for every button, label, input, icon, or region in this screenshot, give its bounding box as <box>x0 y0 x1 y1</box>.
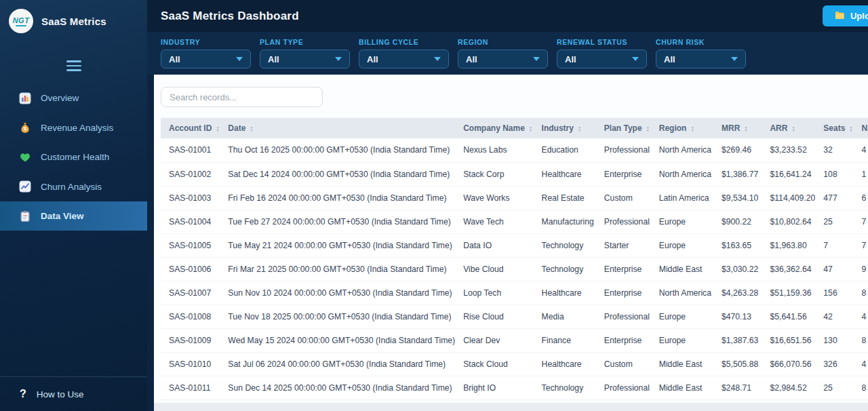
filter-industry-select[interactable]: All <box>161 50 251 68</box>
cell-region: Middle East <box>651 257 713 281</box>
column-header-mrr[interactable]: MRR↕ <box>713 118 762 138</box>
cell-nps: 7 <box>854 233 868 257</box>
filter-plan-type: PLAN TYPEAll <box>260 38 350 75</box>
filter-label: BILLING CYCLE <box>359 38 449 46</box>
sidebar-item-revenue-analysis[interactable]: $Revenue Analysis <box>0 113 147 142</box>
cell-seats: 156 <box>815 281 853 305</box>
cell-plan-type: Professional <box>596 210 651 233</box>
cell-seats: 47 <box>815 257 853 281</box>
cell-plan-type: Professional <box>596 305 651 328</box>
filter-billing-cycle-select[interactable]: All <box>359 50 449 68</box>
filter-renewal-status: RENEWAL STATUSAll <box>557 38 647 75</box>
cell-region: Europe <box>651 305 713 328</box>
table-row: SAS-01010Sat Jul 06 2024 00:00:00 GMT+05… <box>161 352 868 376</box>
filter-region-select[interactable]: All <box>458 50 548 68</box>
table-row: SAS-01008Tue Nov 18 2025 00:00:00 GMT+05… <box>161 305 868 328</box>
column-header-nps[interactable]: NPS↕ <box>854 118 868 138</box>
cell-mrr: $1,387.63 <box>713 328 762 352</box>
filter-selected-value: All <box>268 54 279 64</box>
column-header-industry[interactable]: Industry↕ <box>534 118 596 138</box>
sort-updown-icon: ↕ <box>578 124 582 132</box>
filter-selected-value: All <box>565 54 576 64</box>
column-header-label: Account ID <box>169 123 212 133</box>
cell-arr: $114,409.20 <box>762 186 815 210</box>
filter-renewal-status-select[interactable]: All <box>557 50 647 68</box>
filter-plan-type-select[interactable]: All <box>260 50 350 68</box>
sidebar-item-customer-health[interactable]: Customer Health <box>0 142 147 172</box>
cell-region: Latin America <box>651 186 713 210</box>
cell-nps: 8 <box>854 376 868 399</box>
cell-region: Middle East <box>651 376 713 399</box>
column-header-region[interactable]: Region↕ <box>651 118 713 138</box>
cell-region: Europe <box>651 328 713 352</box>
top-header: SaaS Metrics Dashboard Upload <box>147 0 868 32</box>
column-header-seats[interactable]: Seats↕ <box>815 118 853 138</box>
column-header-arr[interactable]: ARR↕ <box>762 118 815 138</box>
cell-date: Fri Feb 16 2024 00:00:00 GMT+0530 (India… <box>220 186 455 210</box>
cell-arr: $16,651.56 <box>762 328 815 352</box>
chevron-down-icon <box>236 57 243 61</box>
sidebar: NGT SaaS Metrics Overview$Revenue Analys… <box>0 0 147 411</box>
search-input[interactable] <box>161 87 323 107</box>
column-header-label: ARR <box>770 123 787 133</box>
cell-date: Sat Jul 06 2024 00:00:00 GMT+0530 (India… <box>220 352 455 376</box>
column-header-label: Plan Type <box>604 123 642 133</box>
cell-mrr: $4,263.28 <box>713 281 762 305</box>
table-row: SAS-01005Tue May 21 2024 00:00:00 GMT+05… <box>161 233 868 257</box>
column-header-account-id[interactable]: Account ID↕ <box>161 118 220 138</box>
logo-text: NGT <box>13 16 30 24</box>
sort-updown-icon: ↕ <box>791 124 795 132</box>
sidebar-footer-label: How to Use <box>37 389 84 399</box>
menu-toggle-button[interactable] <box>65 58 83 74</box>
cell-industry: Real Estate <box>534 186 596 210</box>
cell-nps: 4 <box>854 352 868 376</box>
cell-arr: $1,963.80 <box>762 233 815 257</box>
column-header-company-name[interactable]: Company Name↕ <box>455 118 533 138</box>
cell-mrr: $163.65 <box>713 233 762 257</box>
cell-company-name: Stack Cloud <box>455 352 533 376</box>
cell-company-name: Data IO <box>455 233 533 257</box>
clipboard-icon <box>18 210 31 222</box>
cell-arr: $16,641.24 <box>762 162 815 186</box>
cell-arr: $10,802.64 <box>762 210 815 233</box>
cell-seats: 326 <box>815 352 853 376</box>
filter-label: PLAN TYPE <box>260 38 350 46</box>
folder-icon <box>835 11 845 22</box>
cell-region: North America <box>651 138 713 162</box>
sidebar-item-overview[interactable]: Overview <box>0 83 147 113</box>
cell-industry: Technology <box>534 233 596 257</box>
cell-plan-type: Custom <box>596 186 651 210</box>
column-header-plan-type[interactable]: Plan Type↕ <box>596 118 651 138</box>
question-mark-icon: ? <box>20 388 26 400</box>
cell-industry: Healthcare <box>534 352 596 376</box>
chart-line-icon <box>18 180 31 193</box>
cell-industry: Healthcare <box>534 162 596 186</box>
sidebar-item-data-view[interactable]: Data View <box>0 201 147 231</box>
cell-plan-type: Custom <box>596 352 651 376</box>
filter-bar: INDUSTRYAllPLAN TYPEAllBILLING CYCLEAllR… <box>147 32 868 75</box>
cell-plan-type: Enterprise <box>596 328 651 352</box>
cell-company-name: Bright IO <box>455 376 533 399</box>
logo-underline <box>16 25 26 26</box>
app-logo: NGT <box>9 9 33 33</box>
cell-date: Sun Dec 14 2025 00:00:00 GMT+0530 (India… <box>220 376 455 399</box>
cell-industry: Technology <box>534 257 596 281</box>
upload-button[interactable]: Upload <box>823 5 868 26</box>
cell-mrr: $1,386.77 <box>713 162 762 186</box>
money-bag-icon: $ <box>18 121 31 134</box>
filter-selected-value: All <box>664 54 675 64</box>
sort-updown-icon: ↕ <box>690 124 694 132</box>
chevron-down-icon <box>335 57 342 61</box>
column-header-date[interactable]: Date↕ <box>220 118 455 138</box>
column-header-label: Industry <box>542 123 574 133</box>
sidebar-item-churn-analysis[interactable]: Churn Analysis <box>0 172 147 201</box>
cell-nps: 8 <box>854 328 868 352</box>
horizontal-scrollbar[interactable] <box>154 403 868 411</box>
cell-arr: $3,233.52 <box>762 138 815 162</box>
cell-company-name: Nexus Labs <box>455 138 533 162</box>
sidebar-item-label: Revenue Analysis <box>41 123 113 133</box>
content-panel: Account ID↕Date↕Company Name↕Industry↕Pl… <box>154 75 868 411</box>
filter-billing-cycle: BILLING CYCLEAll <box>359 38 449 75</box>
filter-churn-risk-select[interactable]: All <box>656 50 746 68</box>
sidebar-item-how-to-use[interactable]: ? How to Use <box>0 376 147 411</box>
